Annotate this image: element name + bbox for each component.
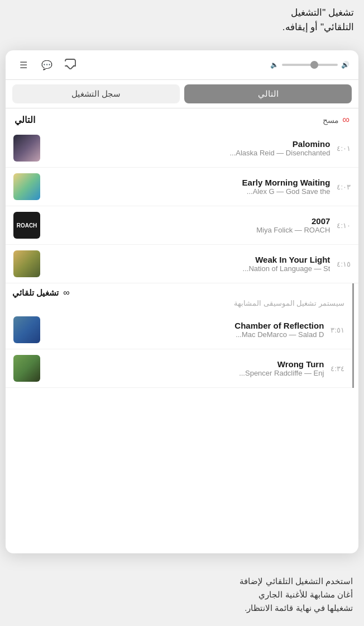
song-title: Wrong Turn <box>47 359 324 369</box>
menu-icon: ☰ <box>20 60 27 70</box>
song-duration: ٤:٠٣ <box>337 183 351 191</box>
tabs-container: التالي سجل التشغيل <box>6 80 358 108</box>
list-item[interactable]: ٤:٠٣ Early Morning Waiting Alex G — God … <box>6 168 358 206</box>
autoplay-title: تشغيل تلقائي <box>12 288 59 298</box>
queue-label: التالي <box>15 115 35 125</box>
lyrics-button[interactable]: 💬 <box>38 56 56 74</box>
autoplay-subtitle: سيستمر تشغيل الموسيقى المشابهة <box>6 299 352 311</box>
tab-history[interactable]: سجل التشغيل <box>12 84 180 103</box>
airplay-button[interactable] <box>61 56 79 74</box>
song-info: Palomino Alaska Reid — Disenchanted... <box>47 139 330 157</box>
volume-thumb <box>310 61 318 69</box>
autoplay-infinity-icon: ∞ <box>63 288 69 298</box>
infinity-icon: ∞ <box>342 114 349 126</box>
album-art <box>13 355 40 382</box>
song-meta: Mac DeMarco — Salad D... <box>47 330 324 339</box>
song-duration: ٤:١٠ <box>337 221 351 230</box>
volume-control[interactable]: 🔈 🔊 <box>270 61 349 69</box>
album-art <box>13 250 40 277</box>
song-info: Wrong Turn Spencer Radcliffe — Enj... <box>47 359 324 377</box>
header-bar: ☰ 💬 🔈 🔊 <box>6 50 358 80</box>
song-list: ٤:٠١ Palomino Alaska Reid — Disenchanted… <box>6 129 358 553</box>
airplay-icon <box>65 58 76 72</box>
song-meta: Spencer Radcliffe — Enj... <box>47 369 324 377</box>
song-title: Chamber of Reflection <box>47 321 324 330</box>
song-title: Weak In Your Light <box>47 255 330 264</box>
bottom-annotation: استخدم التشغيل التلقائي لإضافةأغان مشابه… <box>6 575 358 615</box>
menu-button[interactable]: ☰ <box>15 56 32 74</box>
clear-label: مسح <box>323 116 339 125</box>
album-art <box>13 173 40 200</box>
list-item[interactable]: ٤:١٠ 2007 Miya Folick — ROACH ROACH <box>6 206 358 245</box>
bottom-annotation-text: استخدم التشغيل التلقائي لإضافةأغان مشابه… <box>240 576 353 613</box>
song-meta: Nation of Language — St... <box>47 264 330 273</box>
song-duration: ٤:٠١ <box>337 144 351 153</box>
song-info: Early Morning Waiting Alex G — God Save … <box>47 178 330 196</box>
song-info: Weak In Your Light Nation of Language — … <box>47 255 330 273</box>
song-duration: ٤:٣٤ <box>331 364 344 373</box>
clear-button[interactable]: ∞ مسح <box>323 114 349 126</box>
list-item[interactable]: ٤:٣٤ Wrong Turn Spencer Radcliffe — Enj.… <box>6 349 352 388</box>
song-duration: ٣:٥١ <box>331 326 344 334</box>
volume-low-icon: 🔈 <box>270 61 279 69</box>
main-panel: ☰ 💬 🔈 🔊 <box>6 50 358 553</box>
volume-high-icon: 🔊 <box>341 61 349 69</box>
song-title: Early Morning Waiting <box>47 178 330 187</box>
tab-next[interactable]: التالي <box>184 84 352 103</box>
album-art <box>13 316 40 343</box>
queue-label-row: ∞ مسح التالي <box>6 108 358 129</box>
song-info: Chamber of Reflection Mac DeMarco — Sala… <box>47 321 324 339</box>
autoplay-label-row: ∞ تشغيل تلقائي <box>6 283 352 299</box>
header-icons-left: ☰ 💬 <box>15 56 79 74</box>
song-title: Palomino <box>47 139 330 149</box>
song-meta: Miya Folick — ROACH <box>47 226 330 234</box>
lyrics-icon: 💬 <box>41 60 52 70</box>
autoplay-section: ∞ تشغيل تلقائي سيستمر تشغيل الموسيقى الم… <box>6 283 354 388</box>
song-info: 2007 Miya Folick — ROACH <box>47 216 330 234</box>
song-meta: Alex G — God Save the... <box>47 187 330 196</box>
list-item[interactable]: ٤:٠١ Palomino Alaska Reid — Disenchanted… <box>6 129 358 168</box>
list-item[interactable]: ٤:١٥ Weak In Your Light Nation of Langua… <box>6 245 358 283</box>
song-meta: Alaska Reid — Disenchanted... <box>47 149 330 157</box>
volume-slider[interactable] <box>282 64 338 66</box>
song-title: 2007 <box>47 216 330 226</box>
list-item[interactable]: ٣:٥١ Chamber of Reflection Mac DeMarco —… <box>6 311 352 349</box>
top-annotation: تشغيل "التشغيل التلقائي" أو إيقافه. <box>6 6 358 34</box>
album-art <box>13 135 40 162</box>
album-art: ROACH <box>13 212 40 239</box>
song-duration: ٤:١٥ <box>337 260 351 268</box>
